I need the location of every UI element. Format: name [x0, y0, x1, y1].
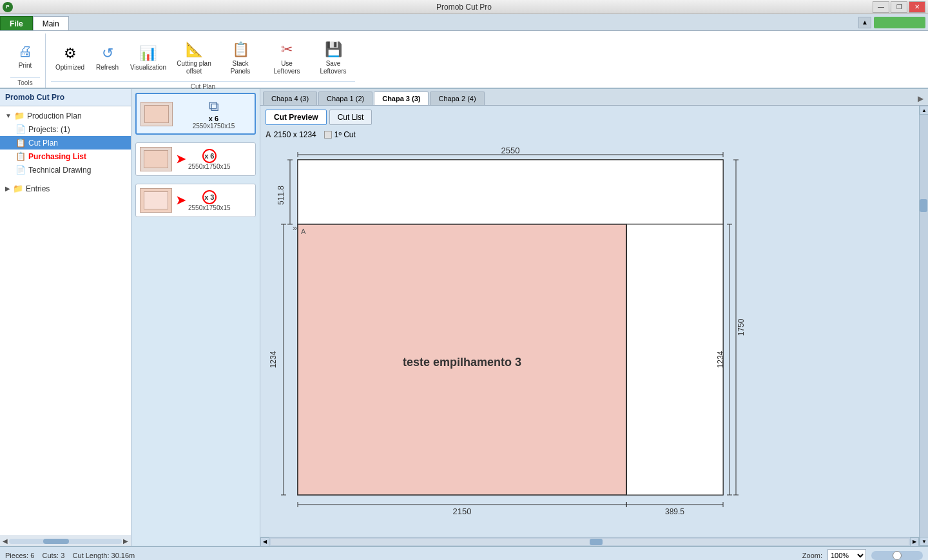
cutting-plan-offset-label: Cutting plan offset: [177, 60, 211, 75]
visualization-label: Visualization: [130, 64, 165, 72]
sidebar-scrollbar[interactable]: ◀ ▶: [0, 536, 131, 546]
main-content: Promob Cut Pro ▼ 📁 Production Plan 📄 Pro…: [0, 89, 928, 546]
save-leftovers-button[interactable]: 💾 Save Leftovers: [311, 36, 355, 79]
sidebar-title: Promob Cut Pro: [0, 89, 131, 106]
cut-list-button[interactable]: Cut List: [329, 110, 372, 125]
cutting-plan-offset-icon: 📐: [184, 39, 204, 60]
title-bar: P Promob Cut Pro — ❐ ✕: [0, 0, 928, 14]
cut-area: Cut Preview Cut List A 2150 x 1234 1º Cu…: [260, 106, 919, 546]
cuts-label: Cuts: 3: [42, 552, 64, 559]
projects-label: Projects: (1): [28, 125, 70, 134]
cut-length-label: Cut Length: 30.16m: [73, 552, 135, 559]
cut-toolbar: Cut Preview Cut List: [260, 106, 919, 129]
panel-item-1[interactable]: ⧉ x 6 2550x1750x15: [135, 93, 256, 135]
horizontal-scrollbar[interactable]: ◀ ▶: [260, 537, 919, 546]
panel-stack-3: ➤ x 3 2550x1750x15: [176, 190, 251, 211]
h-scrollbar-track[interactable]: [271, 539, 909, 545]
sidebar-item-cut-plan[interactable]: 📋 Cut Plan: [0, 136, 131, 150]
entries-label: Entries: [26, 184, 50, 193]
tab-file[interactable]: File: [0, 16, 33, 30]
panel-dims-1: 2550x1750x15: [193, 122, 235, 130]
stack-panels-button[interactable]: 📋 Stack Panels: [218, 36, 262, 79]
collapse-button[interactable]: ▲: [858, 17, 871, 28]
use-leftovers-button[interactable]: ✂ Use Leftovers: [265, 36, 309, 79]
entries-expand-icon[interactable]: ▶: [5, 185, 10, 192]
cut-diagram: A teste empilhamento 3 2550: [266, 147, 794, 521]
minimize-button[interactable]: —: [873, 1, 889, 13]
sidebar-item-purchasing[interactable]: 📋 Purchasing List: [0, 150, 131, 163]
zoom-slider-thumb[interactable]: [893, 551, 902, 560]
panel-item-3[interactable]: ➤ x 3 2550x1750x15: [135, 184, 256, 217]
red-arrow-icon-2: ➤: [176, 152, 186, 166]
zoom-slider[interactable]: [871, 551, 923, 560]
panel-info-3: x 3 2550x1750x15: [188, 190, 231, 211]
v-scrollbar-thumb[interactable]: [920, 199, 927, 212]
cut-info: A 2150 x 1234 1º Cut: [260, 129, 919, 142]
zoom-select[interactable]: 100% 75% 50% 125% 150%: [827, 549, 866, 560]
status-bar: Pieces: 6 Cuts: 3 Cut Length: 30.16m Zoo…: [0, 546, 928, 560]
cut-info-box: [324, 131, 332, 139]
restore-button[interactable]: ❐: [891, 1, 907, 13]
expand-icon[interactable]: ▼: [5, 112, 12, 119]
svg-text:»: »: [293, 223, 297, 233]
panel-item-2[interactable]: ➤ x 6 2550x1750x15: [135, 142, 256, 176]
close-button[interactable]: ✕: [909, 1, 925, 13]
scroll-up-btn[interactable]: ▲: [920, 106, 928, 115]
sidebar-scrollbar-track[interactable]: [9, 539, 122, 544]
tab-bar: File Main ▲: [0, 14, 928, 31]
sidebar-item-projects[interactable]: 📄 Projects: (1): [0, 122, 131, 136]
diagram-container[interactable]: A teste empilhamento 3 2550: [260, 142, 919, 537]
svg-text:389.5: 389.5: [665, 507, 684, 516]
window-controls: — ❐ ✕: [873, 1, 925, 13]
optimized-icon: ⚙: [60, 43, 81, 64]
scroll-right-arrow[interactable]: ▶: [122, 537, 130, 545]
sidebar-tree: ▼ 📁 Production Plan 📄 Projects: (1) 📋 Cu…: [0, 106, 131, 536]
svg-text:2550: 2550: [501, 147, 520, 155]
sidebar-item-technical-drawing[interactable]: 📄 Technical Drawing: [0, 163, 131, 177]
refresh-icon: ↺: [97, 43, 118, 64]
svg-text:2150: 2150: [453, 507, 472, 516]
tab-main[interactable]: Main: [33, 16, 69, 30]
chapa-tab-2-4[interactable]: Chapa 2 (4): [430, 92, 484, 105]
purchasing-label: Purchasing List: [28, 152, 86, 161]
optimized-button[interactable]: ⚙ Optimized: [51, 40, 89, 75]
technicaldrawing-icon: 📄: [15, 165, 26, 175]
circle-count-2: x 6: [202, 149, 217, 163]
sidebar-item-entries[interactable]: ▶ 📁 Entries: [0, 182, 131, 195]
stack-panels-icon: 📋: [230, 39, 251, 60]
cut-info-cut: 1º Cut: [324, 130, 356, 139]
panel-preview-inner-2: [144, 150, 168, 168]
h-scrollbar-thumb[interactable]: [590, 539, 603, 545]
panel-stack-1: ⧉ x 6 2550x1750x15: [177, 98, 251, 130]
visualization-button[interactable]: 📊 Visualization: [126, 40, 169, 75]
scroll-left-btn[interactable]: ◀: [260, 537, 269, 546]
tools-group-label: Tools: [10, 77, 40, 88]
refresh-label: Refresh: [96, 64, 119, 72]
technical-drawing-label: Technical Drawing: [28, 166, 91, 175]
svg-rect-1: [298, 160, 723, 224]
sidebar-scrollbar-thumb[interactable]: [43, 539, 69, 544]
piece-label-text: teste empilhamento 3: [403, 356, 521, 369]
production-plan-label: Production Plan: [27, 111, 82, 121]
v-scrollbar-track[interactable]: [920, 115, 928, 537]
cut-preview-button[interactable]: Cut Preview: [266, 110, 327, 125]
cutting-plan-offset-button[interactable]: 📐 Cutting plan offset: [172, 36, 216, 79]
stack-panels-label: Stack Panels: [223, 60, 258, 75]
scroll-left-arrow[interactable]: ◀: [1, 537, 9, 545]
panel-info-2: x 6 2550x1750x15: [188, 149, 231, 170]
print-button[interactable]: 🖨 Print: [10, 38, 40, 73]
svg-text:1234: 1234: [716, 351, 725, 368]
pieces-label: Pieces: 6: [5, 552, 34, 559]
chapa-scroll-right[interactable]: ▶: [915, 92, 925, 105]
green-status-box: [874, 17, 925, 28]
sidebar-item-production-plan[interactable]: ▼ 📁 Production Plan: [0, 109, 131, 122]
refresh-button[interactable]: ↺ Refresh: [92, 40, 123, 75]
chapa-tab-3-3[interactable]: Chapa 3 (3): [374, 92, 429, 105]
scroll-down-btn[interactable]: ▼: [920, 537, 928, 546]
vertical-scrollbar[interactable]: ▲ ▼: [919, 106, 928, 546]
panel-dims-2: 2550x1750x15: [188, 163, 231, 170]
chapa-tab-1-2[interactable]: Chapa 1 (2): [318, 92, 372, 105]
scroll-right-btn[interactable]: ▶: [910, 537, 919, 546]
ribbon-tools-buttons: 🖨 Print: [10, 34, 40, 77]
chapa-tab-4-3[interactable]: Chapa 4 (3): [263, 92, 317, 105]
